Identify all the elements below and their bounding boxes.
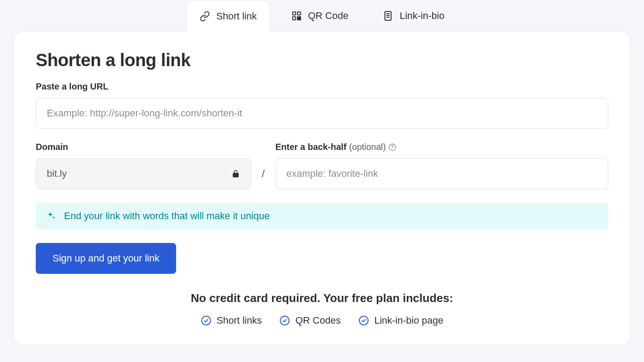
main-card: Shorten a long link Paste a long URL Dom… xyxy=(13,31,631,345)
backhalf-label-text: Enter a back-half xyxy=(275,142,346,152)
feature-label: Short links xyxy=(217,315,262,326)
url-field-group: Paste a long URL xyxy=(36,82,608,129)
tab-qr-code[interactable]: QR Code xyxy=(279,0,362,32)
page-heading: Shorten a long link xyxy=(36,50,608,70)
domain-value: bit.ly xyxy=(47,168,67,179)
qr-icon xyxy=(291,11,302,21)
url-input[interactable] xyxy=(36,98,608,129)
help-icon[interactable] xyxy=(388,143,396,151)
svg-rect-1 xyxy=(298,12,301,15)
footer-heading: No credit card required. Your free plan … xyxy=(36,291,608,305)
check-icon xyxy=(201,315,211,326)
link-icon xyxy=(200,11,210,22)
tabs-row: Short link QR Code Link-in-bio xyxy=(13,0,631,32)
tab-link-in-bio[interactable]: Link-in-bio xyxy=(370,0,457,32)
domain-select[interactable]: bit.ly xyxy=(36,158,251,189)
tab-label: QR Code xyxy=(308,10,349,22)
backhalf-field-label: Enter a back-half (optional) xyxy=(275,142,608,152)
feature-label: Link-in-bio page xyxy=(374,315,444,326)
svg-point-13 xyxy=(202,316,211,325)
svg-rect-5 xyxy=(298,19,299,20)
tip-text: End your link with words that will make … xyxy=(64,210,270,222)
separator: / xyxy=(262,158,265,189)
domain-backhalf-row: Domain bit.ly / Enter a back-half (optio… xyxy=(36,142,608,189)
url-field-label: Paste a long URL xyxy=(36,82,608,92)
feature-link-in-bio: Link-in-bio page xyxy=(358,315,444,326)
backhalf-optional-text: (optional) xyxy=(349,142,386,152)
domain-field-label: Domain xyxy=(36,142,251,152)
svg-point-12 xyxy=(392,149,393,149)
backhalf-field-group: Enter a back-half (optional) xyxy=(275,142,608,189)
features-row: Short links QR Codes Link-in-bio page xyxy=(36,315,608,326)
domain-field-group: Domain bit.ly xyxy=(36,142,251,189)
check-icon xyxy=(279,315,290,326)
svg-rect-3 xyxy=(298,17,299,18)
feature-short-links: Short links xyxy=(201,315,262,326)
svg-rect-2 xyxy=(293,17,296,20)
signup-button[interactable]: Sign up and get your link xyxy=(36,243,176,274)
lock-icon xyxy=(231,169,240,178)
svg-point-15 xyxy=(359,316,368,325)
svg-rect-6 xyxy=(299,17,301,18)
tab-label: Link-in-bio xyxy=(399,10,444,22)
tip-bar: End your link with words that will make … xyxy=(36,202,608,230)
sparkle-icon xyxy=(46,211,56,221)
feature-qr-codes: QR Codes xyxy=(279,315,341,326)
check-icon xyxy=(358,315,369,326)
page-icon xyxy=(383,11,393,21)
tab-label: Short link xyxy=(216,11,257,22)
backhalf-input[interactable] xyxy=(275,158,608,189)
feature-label: QR Codes xyxy=(295,315,341,326)
svg-rect-0 xyxy=(293,12,296,15)
svg-rect-4 xyxy=(299,19,301,20)
svg-point-14 xyxy=(280,316,289,325)
tab-short-link[interactable]: Short link xyxy=(187,0,270,32)
